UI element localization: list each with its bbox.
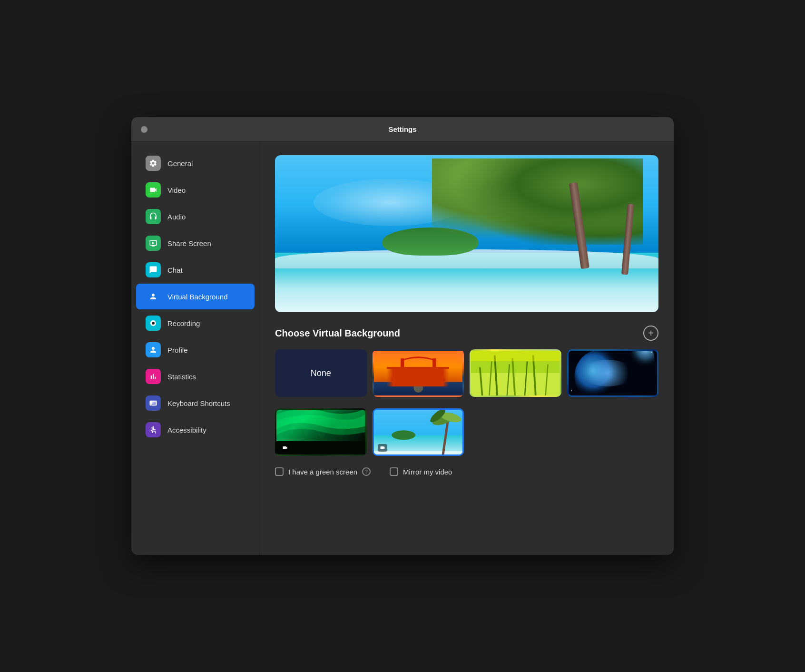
svg-point-8: [413, 383, 423, 393]
titlebar: Settings: [131, 117, 674, 142]
green-screen-label: I have a green screen: [288, 468, 357, 476]
sidebar-item-statistics[interactable]: Statistics: [136, 364, 255, 389]
sidebar-item-profile[interactable]: Profile: [136, 337, 255, 363]
grass-svg: [471, 351, 560, 395]
sidebar-item-video-label: Video: [167, 186, 186, 194]
window-close-button[interactable]: [141, 126, 147, 133]
background-option-golden-gate[interactable]: [373, 349, 464, 397]
content-area: General Video Audio Sha: [131, 142, 674, 555]
sidebar-item-share-screen[interactable]: Share Screen: [136, 230, 255, 256]
sidebar-item-chat[interactable]: Chat: [136, 257, 255, 283]
empty-slot-1: [470, 408, 561, 456]
sidebar-item-keyboard-shortcuts[interactable]: Keyboard Shortcuts: [136, 390, 255, 416]
svg-rect-6: [432, 358, 436, 385]
svg-marker-31: [291, 419, 306, 438]
golden-gate-svg: [374, 351, 463, 395]
svg-marker-35: [353, 425, 365, 438]
background-grid-row1: None: [275, 349, 658, 397]
camera-badge-aurora: [280, 444, 290, 452]
svg-rect-19: [471, 351, 560, 361]
none-label: None: [311, 368, 331, 378]
section-title: Choose Virtual Background: [275, 328, 400, 339]
svg-point-2: [153, 426, 154, 428]
empty-slot-2: [567, 408, 659, 456]
sidebar-item-general[interactable]: General: [136, 150, 255, 176]
statistics-icon: [146, 369, 161, 384]
sidebar-item-recording[interactable]: Recording: [136, 310, 255, 336]
svg-rect-5: [400, 358, 403, 385]
checkboxes-row: I have a green screen ? Mirror my video: [275, 467, 658, 476]
sidebar-item-audio-label: Audio: [167, 213, 186, 221]
background-option-beach[interactable]: [373, 408, 464, 456]
background-option-earth[interactable]: [567, 349, 659, 397]
background-option-grass[interactable]: [470, 349, 561, 397]
svg-point-39: [392, 430, 415, 440]
svg-marker-30: [282, 423, 294, 438]
green-screen-checkbox[interactable]: [275, 467, 284, 476]
background-preview: [275, 155, 658, 312]
sidebar-item-profile-label: Profile: [167, 346, 188, 354]
chat-icon: [146, 262, 161, 277]
green-screen-option[interactable]: I have a green screen ?: [275, 467, 371, 476]
svg-rect-7: [392, 378, 445, 381]
svg-marker-32: [306, 422, 320, 438]
mirror-video-checkbox[interactable]: [390, 467, 398, 476]
headphones-icon: [146, 209, 161, 224]
earth-svg: [569, 351, 658, 395]
profile-icon: [146, 342, 161, 357]
settings-window: Settings General Video: [131, 117, 674, 555]
add-background-button[interactable]: +: [643, 326, 658, 341]
background-grid-row2: [275, 408, 658, 456]
sidebar-item-keyboard-shortcuts-label: Keyboard Shortcuts: [167, 399, 230, 407]
gear-icon: [146, 156, 161, 171]
sidebar-item-statistics-label: Statistics: [167, 373, 196, 381]
sidebar-item-general-label: General: [167, 159, 193, 168]
svg-rect-38: [374, 451, 463, 455]
sidebar-item-accessibility-label: Accessibility: [167, 426, 206, 434]
keyboard-icon: [146, 395, 161, 411]
sidebar-item-audio[interactable]: Audio: [136, 204, 255, 229]
preview-background: [275, 155, 658, 312]
recording-icon: [146, 316, 161, 331]
window-title: Settings: [388, 125, 416, 133]
section-header: Choose Virtual Background +: [275, 326, 658, 341]
sidebar-item-chat-label: Chat: [167, 266, 183, 274]
palm-leaves: [432, 158, 643, 245]
share-screen-icon: [146, 236, 161, 251]
green-screen-help-icon[interactable]: ?: [362, 467, 371, 476]
sidebar-item-accessibility[interactable]: Accessibility: [136, 417, 255, 443]
main-content: Choose Virtual Background + None: [260, 142, 674, 555]
svg-marker-34: [342, 422, 356, 438]
person-icon: [146, 289, 161, 304]
background-option-aurora[interactable]: [275, 408, 367, 456]
sidebar-item-recording-label: Recording: [167, 319, 200, 327]
sidebar: General Video Audio Sha: [131, 142, 260, 555]
accessibility-icon: [146, 422, 161, 437]
svg-point-25: [571, 390, 572, 391]
mirror-video-option[interactable]: Mirror my video: [390, 467, 452, 476]
sidebar-item-virtual-background-label: Virtual Background: [167, 293, 227, 301]
background-option-none[interactable]: None: [275, 349, 367, 397]
sidebar-item-video[interactable]: Video: [136, 177, 255, 203]
sidebar-item-share-screen-label: Share Screen: [167, 239, 211, 247]
svg-marker-33: [324, 417, 341, 438]
mirror-video-label: Mirror my video: [403, 468, 452, 476]
camera-badge-beach: [378, 444, 387, 452]
video-icon: [146, 182, 161, 198]
svg-point-1: [152, 322, 155, 325]
sidebar-item-virtual-background[interactable]: Virtual Background: [136, 284, 255, 309]
